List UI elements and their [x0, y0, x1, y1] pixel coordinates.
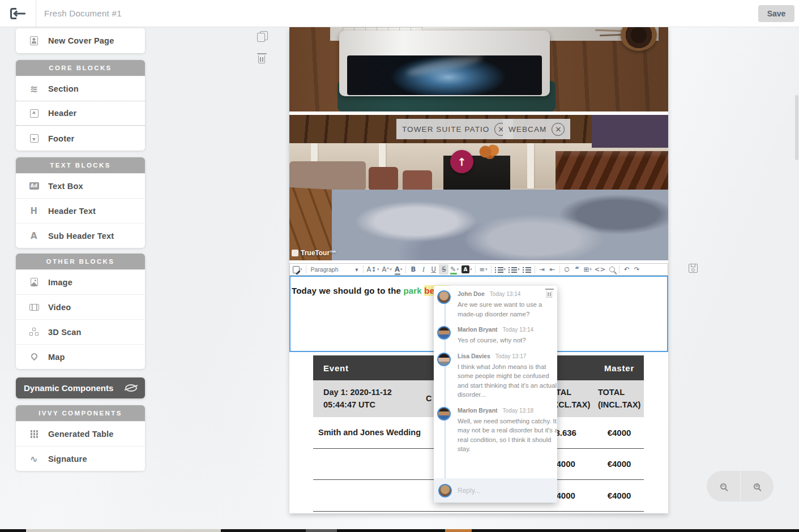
sidebar-item-label: Signature	[48, 454, 87, 464]
avatar	[437, 290, 451, 304]
avatar	[437, 326, 451, 340]
sidebar-item-generated-table[interactable]: Generated Table	[16, 421, 145, 446]
italic-button[interactable]: I	[418, 264, 428, 274]
sidebar-item-label: Image	[48, 278, 72, 287]
zoom-in-icon: +	[754, 483, 760, 490]
highlight-color-button[interactable]: ✎▾	[449, 264, 460, 274]
sidebar-item-3d-scan[interactable]: 3D Scan	[16, 319, 145, 344]
comment: John Doe Today 13:14 Are we sure we want…	[438, 290, 553, 319]
text-green-word: park	[403, 286, 422, 295]
sidebar-item-label: Sub Header Text	[48, 231, 114, 241]
save-button[interactable]: Save	[758, 5, 794, 22]
underline-button[interactable]: U	[429, 264, 438, 274]
paragraph-style-select[interactable]: Paragraph▾	[309, 264, 361, 274]
align-button[interactable]: ≡▾	[478, 264, 488, 274]
indent-button[interactable]: ⇥	[537, 264, 547, 274]
insert-table-button[interactable]: ⊞▾	[583, 264, 593, 274]
sidebar-item-label: Video	[48, 303, 71, 312]
sidebar-item-section[interactable]: ≋ Section	[16, 76, 145, 101]
dynamic-components-label: Dynamic Components	[24, 383, 113, 393]
font-family-button[interactable]: Aᴬ▾	[381, 264, 393, 274]
text-box-icon: Ad	[28, 182, 40, 190]
comment-text: Well, we need something catchy. It may n…	[458, 417, 557, 454]
sidebar-item-header-text[interactable]: H Header Text	[16, 198, 145, 223]
sidebar-item-image[interactable]: Image	[16, 269, 145, 294]
unordered-list-button[interactable]: ▾	[507, 264, 521, 274]
comment-time: Today 13:18	[503, 407, 534, 414]
comment: Lisa Davies Today 13:17 I think what Joh…	[438, 353, 553, 400]
document-text-line: Today we should go to the park beach	[292, 286, 451, 295]
total-incl-cell: €4000	[595, 491, 644, 500]
code-view-button[interactable]: <>	[593, 264, 606, 274]
text-color-button[interactable]: A▾	[394, 264, 403, 274]
total-incl-tax-header: TOTAL (INCL.TAX)	[595, 387, 644, 410]
taskbar-orange-segment	[445, 529, 472, 532]
column-header-master: Master	[595, 363, 644, 373]
document-editor-app: Fresh Document #1 Save New Cover Page CO…	[0, 0, 799, 532]
sidebar-item-new-cover-page[interactable]: New Cover Page	[16, 28, 145, 53]
sidebar-item-video[interactable]: Video	[16, 294, 145, 319]
back-icon	[10, 8, 25, 19]
comment-text: Are we sure we want to use a made-up dis…	[458, 300, 557, 319]
remove-tag-icon[interactable]: ×	[552, 123, 565, 136]
reply-placeholder: Reply...	[458, 487, 480, 495]
back-button[interactable]	[0, 0, 36, 27]
zoom-out-button[interactable]: −	[707, 471, 740, 501]
sidebar-item-footer[interactable]: Footer	[16, 126, 145, 151]
topbar: Fresh Document #1 Save	[0, 0, 799, 27]
sidebar-item-signature[interactable]: ∿ Signature	[16, 446, 145, 471]
sidebar-item-label: Text Box	[48, 182, 83, 191]
background-color-button[interactable]: A▾	[460, 264, 473, 274]
truetour-watermark: TrueTour™	[292, 249, 336, 257]
task-list-button[interactable]	[522, 264, 532, 274]
blockquote-button[interactable]: “	[572, 264, 582, 274]
map-pin-icon	[28, 353, 40, 361]
reply-input[interactable]: Reply...	[434, 478, 557, 503]
strikethrough-button[interactable]: S	[439, 264, 448, 274]
taskbar-strip	[0, 529, 799, 532]
comment-text: Yes of course, why not?	[458, 336, 557, 345]
comment: Marlon Bryant Today 13:14 Yes of course,…	[438, 326, 553, 345]
cubes-icon	[28, 328, 40, 336]
text-plain: Today we should go to the	[292, 286, 403, 295]
dynamic-components-toggle[interactable]: Dynamic Components	[16, 377, 145, 398]
outdent-button[interactable]: ⇤	[548, 264, 557, 274]
sidebar-item-sub-header-text[interactable]: A Sub Header Text	[16, 223, 145, 248]
sidebar-item-label: 3D Scan	[48, 328, 82, 337]
undo-button[interactable]: ↶	[622, 264, 631, 274]
sidebar-item-header[interactable]: Header	[16, 101, 145, 126]
sidebar-item-map[interactable]: Map	[16, 344, 145, 369]
rich-text-toolbar: ▾ Paragraph▾ A↕▾ Aᴬ▾ A▾ B I U S ✎▾ A▾ ≡▾…	[289, 263, 668, 276]
link-button[interactable]: ∅	[562, 264, 572, 274]
image-block-desk-photo[interactable]	[289, 27, 668, 111]
search-button[interactable]	[607, 264, 617, 274]
zoom-out-icon: −	[720, 483, 727, 490]
bold-button[interactable]: B	[408, 264, 418, 274]
redo-button[interactable]: ↷	[632, 264, 642, 274]
comment-thread-popup: John Doe Today 13:14 Are we sure we want…	[434, 286, 557, 503]
save-block-icon[interactable]	[689, 264, 698, 273]
delete-block-icon[interactable]	[258, 55, 265, 63]
day-cell: Day 1: 2020-11-12 05:44:47 UTC	[313, 382, 426, 415]
zoom-in-button[interactable]: +	[740, 471, 774, 501]
tour-hotspot-marker[interactable]: ↑	[450, 150, 473, 173]
core-blocks-header: CORE BLOCKS	[16, 60, 145, 76]
canvas-zoom-controls: − +	[707, 471, 774, 501]
event-cell: Smith and Jones Wedding	[313, 428, 426, 437]
image-icon	[28, 278, 40, 286]
font-size-button[interactable]: A↕▾	[366, 264, 381, 274]
sub-header-text-icon: A	[28, 231, 40, 241]
layers-icon: ≋	[28, 83, 40, 95]
avatar	[437, 353, 451, 366]
scrollbar-thumb[interactable]	[795, 95, 798, 160]
grid-icon	[28, 430, 40, 437]
sidebar-item-text-box[interactable]: Ad Text Box	[16, 173, 145, 198]
duplicate-block-icon[interactable]	[257, 31, 268, 42]
comment-text: I think what John means is that some peo…	[458, 362, 557, 400]
comment-thread: John Doe Today 13:14 Are we sure we want…	[434, 286, 557, 478]
format-painter-button[interactable]: ▾	[292, 264, 304, 274]
tag-label: WEBCAM	[509, 125, 546, 134]
ordered-list-button[interactable]: ▾	[494, 264, 507, 274]
3d-tour-block[interactable]: TOWER SUITE PATIO × WEBCAM × ↑ TrueTour™	[289, 115, 668, 260]
comment-time: Today 13:14	[503, 327, 534, 333]
